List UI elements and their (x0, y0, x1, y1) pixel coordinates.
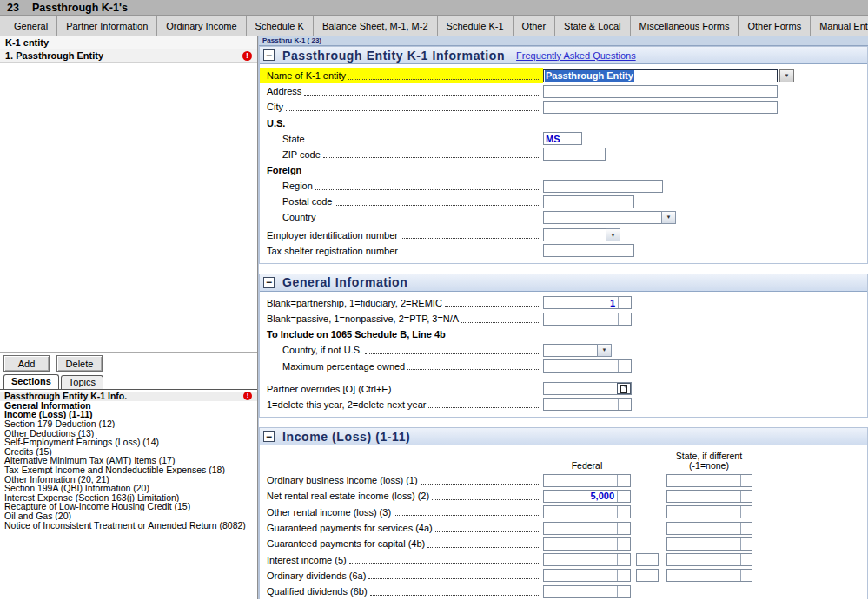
input-blank-partnership-1-fiduciary-2-remic[interactable]: 1 (544, 297, 618, 308)
input-stub[interactable] (617, 570, 630, 581)
section-list-item[interactable]: Tax-Exempt Income and Nondeductible Expe… (0, 465, 257, 475)
section-list-item[interactable]: General Information (0, 401, 257, 411)
input-extra-ordinary-dividends-6a[interactable] (636, 569, 659, 582)
input-stub[interactable] (740, 491, 752, 502)
input-stub[interactable] (740, 570, 752, 581)
input-stub[interactable] (740, 506, 752, 518)
section-item-label: General Information (4, 401, 91, 411)
input-city[interactable] (543, 101, 778, 114)
entity-label: 1. Passthrough Entity (5, 50, 103, 61)
dot-leader (304, 88, 540, 96)
tab-miscellaneous-forms[interactable]: Miscellaneous Forms (631, 16, 739, 36)
input-stub[interactable] (740, 554, 752, 565)
form-row: Interest income (5) (260, 551, 867, 567)
tab-general[interactable]: General (5, 16, 57, 36)
input-address[interactable] (543, 85, 778, 98)
input-stub[interactable] (617, 491, 630, 502)
entity-list-item[interactable]: 1. Passthrough Entity! (0, 49, 257, 63)
tab-manual-entry-forms[interactable]: Manual Entry Forms (811, 16, 868, 36)
section-list-item[interactable]: Notice of Inconsistent Treatment or Amen… (0, 520, 257, 530)
input-country-if-not-u-s[interactable] (543, 344, 598, 357)
tab-other-forms[interactable]: Other Forms (739, 16, 811, 36)
collapse-button[interactable]: − (263, 431, 275, 442)
dropdown-arrow-icon[interactable]: ▼ (597, 344, 612, 357)
input-stub[interactable] (618, 313, 631, 325)
input-name-of-k-1-entity[interactable]: Passthrough Entity (543, 69, 778, 82)
section-list-item[interactable]: Interest Expense (Section 163(j) Limitat… (0, 493, 257, 503)
tab-state-local[interactable]: State & Local (555, 16, 630, 36)
section-list-item[interactable]: Passthrough Entity K-1 Info.! (0, 392, 257, 401)
tab-other[interactable]: Other (514, 16, 556, 36)
input-federal-ordinary-dividends-6a[interactable] (544, 570, 617, 581)
input-country[interactable] (543, 211, 662, 224)
side-tab-topics[interactable]: Topics (61, 375, 103, 389)
section-list-item[interactable]: Other Information (20, 21) (0, 474, 257, 484)
input-state-guaranteed-payments-for-services-4a[interactable] (667, 523, 740, 534)
input-maximum-percentage-owned[interactable] (544, 360, 618, 372)
section-list-item[interactable]: Other Deductions (13) (0, 428, 257, 438)
collapse-button[interactable]: − (263, 49, 275, 61)
input-1-delete-this-year-2-delete-next-year[interactable] (544, 399, 618, 410)
input-blank-passive-1-nonpassive-2-ptp-3-n-a[interactable] (544, 313, 618, 325)
tab-schedule-k-1[interactable]: Schedule K-1 (438, 16, 514, 36)
input-federal-guaranteed-payments-for-capital-4b[interactable] (544, 538, 617, 550)
input-state-interest-income-5[interactable] (667, 554, 740, 565)
input-stub[interactable] (618, 297, 631, 308)
input-state-guaranteed-payments-for-capital-4b[interactable] (667, 538, 740, 550)
input-extra-interest-income-5[interactable] (636, 553, 659, 566)
tab-schedule-k[interactable]: Schedule K (247, 16, 314, 36)
input-state-other-rental-income-loss-3[interactable] (667, 506, 740, 518)
section-list-item[interactable]: Self-Employment Earnings (Loss) (14) (0, 438, 257, 447)
dot-leader (401, 247, 540, 254)
input-federal-net-rental-real-estate-income-loss-2[interactable]: 5,000 (544, 491, 617, 502)
section-list-item[interactable]: Recapture of Low-Income Housing Credit (… (0, 502, 257, 511)
expand-button[interactable] (617, 383, 631, 394)
input-stub[interactable] (617, 523, 630, 534)
input-stub[interactable] (617, 538, 630, 550)
input-federal-other-rental-income-loss-3[interactable] (544, 506, 617, 518)
tab-ordinary-income[interactable]: Ordinary Income (157, 16, 246, 36)
collapse-button[interactable]: − (263, 277, 275, 288)
dropdown-arrow-icon[interactable]: ▼ (779, 69, 794, 82)
section-list-item[interactable]: Oil and Gas (20) (0, 511, 257, 521)
field-value: 1 (544, 298, 618, 308)
input-federal-guaranteed-payments-for-services-4a[interactable] (544, 523, 617, 534)
delete-button[interactable]: Delete (56, 355, 103, 372)
sidebar: K-1 entity 1. Passthrough Entity! Add De… (0, 36, 258, 599)
input-stub[interactable] (617, 475, 630, 486)
input-federal-interest-income-5[interactable] (544, 554, 617, 565)
input-federal-ordinary-business-income-loss-1[interactable] (544, 475, 617, 486)
input-stub[interactable] (618, 399, 631, 410)
input-stub[interactable] (617, 554, 630, 565)
input-stub[interactable] (740, 523, 752, 534)
dropdown-arrow-icon[interactable]: ▼ (661, 211, 676, 224)
input-stub[interactable] (740, 475, 752, 486)
section-list-item[interactable]: Credits (15) (0, 447, 257, 457)
input-employer-identification-number[interactable] (543, 228, 606, 241)
section-list-item[interactable]: Section 199A (QBI) Information (20) (0, 484, 257, 493)
section-list-item[interactable]: Section 179 Deduction (12) (0, 419, 257, 429)
input-stub[interactable] (617, 586, 630, 597)
input-stub[interactable] (740, 538, 752, 550)
input-partner-overrides-o-ctrl-e[interactable] (544, 383, 617, 394)
input-region[interactable] (543, 180, 663, 193)
input-postal-code[interactable] (543, 195, 634, 208)
input-stub[interactable] (617, 506, 630, 518)
alert-icon: ! (243, 392, 252, 400)
dropdown-arrow-icon[interactable]: ▼ (606, 228, 620, 241)
input-state-net-rental-real-estate-income-loss-2[interactable] (667, 491, 740, 502)
input-tax-shelter-registration-number[interactable] (543, 244, 634, 257)
tab-partner-information[interactable]: Partner Information (57, 16, 157, 36)
section-list-item[interactable]: Income (Loss) (1-11) (0, 410, 257, 419)
add-button[interactable]: Add (3, 355, 50, 372)
faq-link[interactable]: Frequently Asked Questions (516, 50, 636, 61)
section-list-item[interactable]: Alternative Minimum Tax (AMT) Items (17) (0, 456, 257, 465)
input-zip-code[interactable] (543, 148, 606, 161)
side-tab-sections[interactable]: Sections (3, 374, 59, 389)
tab-balance-sheet-m-1-m-2[interactable]: Balance Sheet, M-1, M-2 (314, 16, 438, 36)
input-state-ordinary-business-income-loss-1[interactable] (667, 475, 740, 486)
input-state-ordinary-dividends-6a[interactable] (667, 570, 740, 581)
input-stub[interactable] (618, 360, 631, 372)
input-state[interactable]: MS (543, 132, 582, 145)
input-federal-qualified-dividends-6b[interactable] (544, 586, 617, 597)
